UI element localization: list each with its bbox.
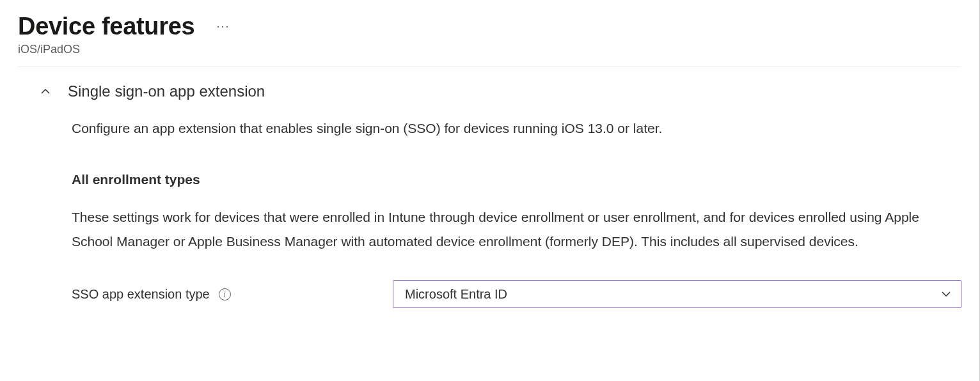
chevron-up-icon bbox=[40, 86, 51, 97]
sso-extension-type-row: SSO app extension type i Microsoft Entra… bbox=[72, 280, 961, 308]
subsection-description: These settings work for devices that wer… bbox=[72, 205, 961, 255]
section-toggle[interactable]: Single sign-on app extension bbox=[40, 82, 961, 100]
more-actions-icon[interactable]: ··· bbox=[216, 20, 230, 33]
page-header: Device features ··· iOS/iPadOS bbox=[18, 13, 961, 56]
section-title: Single sign-on app extension bbox=[68, 82, 265, 100]
form-label-text: SSO app extension type bbox=[72, 287, 210, 302]
header-divider bbox=[18, 66, 961, 67]
page-title: Device features bbox=[18, 13, 194, 40]
section-description: Configure an app extension that enables … bbox=[72, 118, 961, 139]
chevron-down-icon bbox=[940, 288, 952, 300]
info-icon[interactable]: i bbox=[219, 288, 231, 300]
sso-extension-type-label: SSO app extension type i bbox=[72, 287, 385, 302]
subsection-title: All enrollment types bbox=[72, 172, 961, 187]
dropdown-selected-value: Microsoft Entra ID bbox=[405, 287, 507, 302]
page-subtitle: iOS/iPadOS bbox=[18, 43, 961, 56]
sso-extension-type-dropdown[interactable]: Microsoft Entra ID bbox=[393, 280, 961, 308]
